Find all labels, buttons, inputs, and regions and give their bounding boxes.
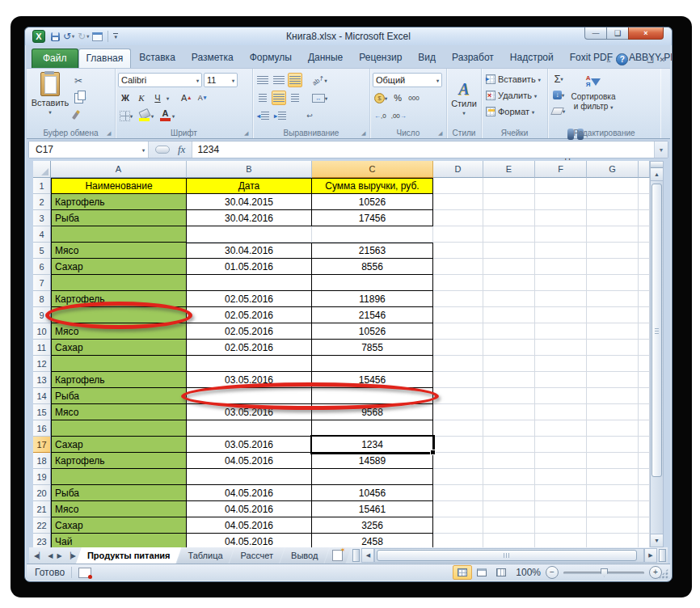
cell-partial-6[interactable]: [639, 259, 650, 275]
format-painter-button[interactable]: [73, 108, 112, 122]
cell-F7[interactable]: [535, 275, 587, 291]
italic-button[interactable]: К: [134, 91, 149, 105]
horizontal-scrollbar[interactable]: [374, 548, 644, 563]
cell-B1[interactable]: Дата: [187, 178, 312, 194]
cell-B11[interactable]: 02.05.2016: [187, 340, 312, 356]
cell-E9[interactable]: [483, 307, 535, 323]
sheet-tab-output[interactable]: Вывод: [280, 547, 329, 564]
cell-E14[interactable]: [483, 388, 535, 404]
row-header-1[interactable]: 1: [33, 178, 51, 194]
sheet-nav-next[interactable]: ▶: [57, 552, 61, 559]
cell-E23[interactable]: [483, 534, 535, 547]
cell-E21[interactable]: [483, 501, 535, 517]
tab-insert[interactable]: Вставка: [131, 48, 183, 68]
align-bottom-button[interactable]: [288, 73, 302, 87]
cell-B20[interactable]: 04.05.2016: [187, 485, 312, 501]
row-header-14[interactable]: 14: [33, 388, 51, 404]
cell-F14[interactable]: [535, 388, 587, 404]
cell-G1[interactable]: [587, 178, 639, 194]
cell-G14[interactable]: [587, 388, 639, 404]
cell-G4[interactable]: [587, 226, 639, 243]
sort-filter-button[interactable]: АЯ Сортировка и фильтр ▾: [568, 71, 618, 125]
tab-split-handle[interactable]: [352, 549, 360, 562]
cell-E12[interactable]: [483, 356, 535, 372]
namebox-splitter[interactable]: [155, 146, 170, 154]
row-header-4[interactable]: 4: [33, 226, 51, 243]
view-page-break-button[interactable]: [491, 565, 511, 580]
name-box[interactable]: C17▾: [29, 141, 149, 158]
cell-C8[interactable]: 11896: [312, 291, 433, 307]
cell-D2[interactable]: [433, 194, 483, 210]
cell-F3[interactable]: [535, 210, 587, 226]
cell-A7[interactable]: [51, 275, 187, 291]
cell-A23[interactable]: Чай: [51, 534, 187, 547]
fill-color-button[interactable]: ▾: [136, 108, 155, 123]
cell-partial-16[interactable]: [639, 420, 650, 437]
row-header-3[interactable]: 3: [33, 210, 51, 226]
cell-B21[interactable]: 04.05.2016: [187, 501, 312, 517]
cell-C3[interactable]: 17456: [312, 210, 433, 226]
cell-C10[interactable]: 10526: [312, 323, 433, 340]
cell-C18[interactable]: 14589: [312, 453, 433, 469]
cell-B19[interactable]: [187, 469, 312, 485]
row-header-12[interactable]: 12: [33, 356, 51, 372]
row-header-6[interactable]: 6: [33, 259, 51, 275]
align-left-button[interactable]: [255, 91, 270, 105]
cell-partial-19[interactable]: [639, 469, 650, 485]
cell-C21[interactable]: 15461: [312, 501, 433, 517]
zoom-level[interactable]: 100%: [516, 567, 541, 578]
collapse-ribbon-icon[interactable]: ▵: [607, 56, 611, 64]
cell-A13[interactable]: Картофель: [51, 372, 187, 388]
cell-E20[interactable]: [483, 485, 535, 501]
align-top-button[interactable]: [255, 73, 270, 87]
fill-button[interactable]: ↓▾: [550, 87, 567, 102]
cell-B8[interactable]: 02.05.2016: [187, 291, 312, 307]
cell-C22[interactable]: 3256: [312, 517, 433, 534]
cell-partial-17[interactable]: [639, 437, 650, 453]
tab-developer[interactable]: Разработ: [444, 48, 502, 68]
cell-partial-20[interactable]: [639, 485, 650, 501]
cell-partial-11[interactable]: [639, 340, 650, 356]
cell-partial-14[interactable]: [639, 388, 650, 404]
cell-F12[interactable]: [535, 356, 587, 372]
cell-G19[interactable]: [587, 469, 639, 485]
cell-C19[interactable]: [312, 469, 433, 485]
cell-partial-8[interactable]: [639, 291, 650, 307]
workbook-close-icon[interactable]: ✕: [659, 56, 665, 64]
sheet-nav-prev[interactable]: ◀: [48, 552, 53, 559]
cell-D1[interactable]: [433, 178, 483, 194]
cell-F5[interactable]: [535, 243, 587, 259]
vertical-split-handle[interactable]: [651, 162, 663, 168]
cell-partial-21[interactable]: [639, 501, 650, 517]
alignment-dialog-launcher[interactable]: [361, 130, 368, 137]
column-header-partial[interactable]: [639, 161, 650, 178]
cell-G17[interactable]: [587, 437, 639, 453]
cell-F2[interactable]: [535, 194, 587, 210]
number-dialog-launcher[interactable]: [438, 130, 445, 137]
cell-F20[interactable]: [535, 485, 587, 501]
tab-data[interactable]: Данные: [300, 48, 351, 68]
cell-D15[interactable]: [433, 404, 483, 420]
tab-home[interactable]: Главная: [78, 49, 132, 68]
row-header-17[interactable]: 17: [33, 437, 51, 453]
cell-partial-13[interactable]: [639, 372, 650, 388]
cell-A4[interactable]: [51, 226, 187, 243]
sheet-tab-calc[interactable]: Рассчет: [230, 547, 285, 564]
tab-view[interactable]: Вид: [410, 48, 444, 68]
row-header-21[interactable]: 21: [33, 501, 51, 517]
cell-C6[interactable]: 8556: [312, 259, 433, 275]
cell-G10[interactable]: [587, 323, 639, 340]
scroll-down-button[interactable]: ▼: [651, 534, 663, 547]
cell-partial-18[interactable]: [639, 453, 650, 469]
cell-A3[interactable]: Рыба: [51, 210, 187, 226]
cell-D20[interactable]: [433, 485, 483, 501]
cell-D16[interactable]: [433, 420, 483, 437]
view-page-layout-button[interactable]: [472, 565, 491, 580]
cell-D13[interactable]: [433, 372, 483, 388]
cell-partial-2[interactable]: [639, 194, 650, 210]
cell-partial-12[interactable]: [639, 356, 650, 372]
cell-F17[interactable]: [535, 437, 587, 453]
cell-D3[interactable]: [433, 210, 483, 226]
cell-B10[interactable]: 02.05.2016: [187, 323, 312, 340]
row-header-22[interactable]: 22: [33, 517, 51, 534]
